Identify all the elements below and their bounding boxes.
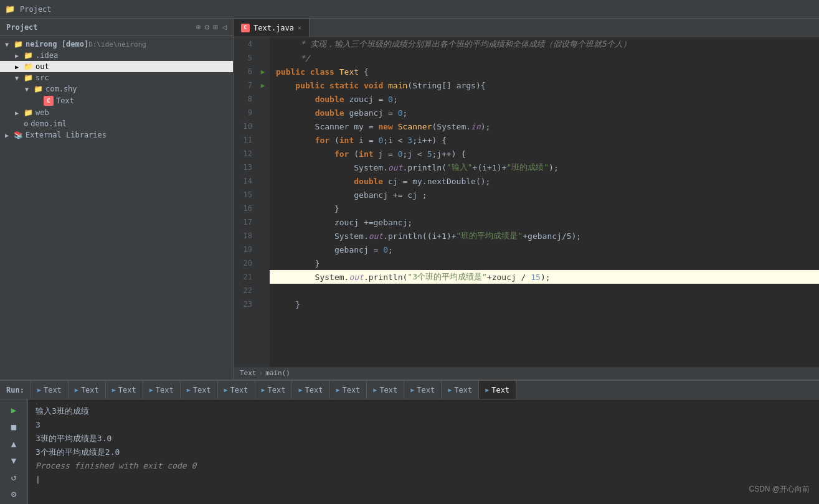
gutter-7[interactable]: ▶ (256, 78, 270, 92)
line-number-9: 9 (234, 106, 256, 119)
line-number-21: 21 (234, 270, 256, 284)
code-line-17: zoucj +=gebancj; (276, 215, 813, 229)
tab-bar: CText.java✕ (234, 19, 819, 37)
gutter-18 (256, 229, 270, 243)
tree-label: com.shy (45, 85, 77, 93)
run-tab-icon: ▶ (37, 386, 41, 393)
run-button-scroll-up[interactable]: ▲ (5, 436, 22, 450)
token: double (354, 177, 383, 186)
run-tab-t12[interactable]: ▶Text (442, 381, 479, 399)
token (393, 122, 398, 131)
sync-icon[interactable]: ⊕ (196, 22, 201, 32)
sidebar-item-text[interactable]: CText (0, 95, 233, 107)
run-tab-t10[interactable]: ▶Text (367, 381, 404, 399)
run-button-scroll-down[interactable]: ▼ (5, 453, 22, 467)
token: public (276, 67, 305, 77)
run-tab-t13[interactable]: ▶Text (479, 381, 516, 399)
token (276, 108, 315, 118)
code-line-15: gebancj += cj ; (276, 188, 813, 202)
run-tab-label: Text (491, 386, 509, 394)
sidebar-item-demo-iml[interactable]: ⚙demo.iml (0, 118, 233, 129)
token: 0 (378, 136, 383, 145)
run-tab-t5[interactable]: ▶Text (181, 381, 218, 399)
run-tab-icon: ▶ (112, 386, 116, 393)
gutter-6[interactable]: ▶ (256, 65, 270, 78)
token: .println( (403, 163, 447, 172)
output-line: 3个班的平均成绩是2.0 (36, 446, 812, 459)
run-button-play[interactable]: ▶ (5, 403, 22, 417)
run-button-settings[interactable]: ⚙ (5, 487, 22, 501)
run-tab-t4[interactable]: ▶Text (143, 381, 181, 399)
code-line-16: } (276, 202, 813, 215)
breadcrumb-item-main()[interactable]: main() (265, 369, 290, 377)
iml-icon: ⚙ (24, 119, 28, 128)
token: 5 (427, 149, 432, 159)
token: +zoucj / (487, 273, 531, 282)
gutter-5 (256, 51, 270, 65)
run-button-stop[interactable]: ■ (5, 419, 22, 434)
line-number-22: 22 (234, 284, 256, 297)
gutter-21 (256, 270, 270, 284)
token: System. (276, 273, 349, 282)
run-tab-icon: ▶ (448, 386, 452, 393)
run-tab-label: Text (230, 386, 249, 394)
gear-icon[interactable]: ⚙ (205, 22, 210, 32)
gutter-22 (256, 284, 270, 297)
run-tab-t7[interactable]: ▶Text (255, 381, 293, 399)
folder-icon: 📁 (24, 108, 33, 117)
sidebar-item-idea[interactable]: ▶📁.idea (0, 50, 233, 61)
token: 15 (531, 273, 541, 282)
code-line-4: * 实现，输入三个班级的成绩分别算出各个班的平均成绩和全体成绩（假设每个班就5个… (276, 37, 813, 51)
run-tab-t8[interactable]: ▶Text (292, 381, 329, 399)
sidebar-item-out[interactable]: ▶📁out (0, 61, 233, 72)
tree-label: demo.iml (31, 119, 67, 128)
token: 3 (407, 136, 412, 145)
run-tab-t11[interactable]: ▶Text (404, 381, 442, 399)
code-line-13: System.out.println("输入"+(i+1)+"班的成绩"); (276, 161, 813, 174)
run-tab-t9[interactable]: ▶Text (329, 381, 367, 399)
code-line-5: */ (276, 51, 813, 65)
tab-close-button[interactable]: ✕ (298, 24, 301, 31)
tree-label: Text (56, 96, 74, 105)
token: public (295, 81, 324, 90)
sidebar-item-neirong[interactable]: ▼📁neirong [demo] D:\ide\neirong (0, 39, 233, 50)
run-tab-t3[interactable]: ▶Text (106, 381, 143, 399)
token: .println( (364, 273, 407, 282)
run-button-rerun[interactable]: ↺ (5, 470, 22, 484)
sidebar-item-src[interactable]: ▼📁src (0, 72, 233, 83)
run-tab-icon: ▶ (224, 386, 228, 393)
line-number-16: 16 (234, 202, 256, 215)
sidebar-item-comshy[interactable]: ▼📁com.shy (0, 83, 233, 95)
folder-icon: 📁 (14, 40, 23, 49)
tree-arrow: ▶ (15, 110, 24, 116)
line-number-15: 15 (234, 188, 256, 202)
sidebar-item-ext-libs[interactable]: ▶📚External Libraries (0, 129, 233, 141)
run-tab-icon: ▶ (336, 386, 339, 393)
token: "班的成绩" (506, 162, 549, 173)
sidebar-item-web[interactable]: ▶📁web (0, 107, 233, 118)
token: void (364, 81, 383, 90)
folder-icon: 📁 (24, 51, 33, 60)
token: (System. (432, 122, 471, 131)
tree-label: neirong [demo] (26, 40, 88, 49)
token: System. (276, 163, 388, 172)
gutter-23 (256, 297, 270, 311)
tree-label: src (36, 73, 49, 82)
settings-icon[interactable]: ⊞ (213, 22, 218, 32)
run-output: 输入3班的成绩33班的平均成绩是3.03个班的平均成绩是2.0Process f… (28, 399, 819, 504)
gutter-16 (256, 202, 270, 215)
token: ); (541, 273, 551, 282)
token: new (378, 122, 392, 131)
token (276, 136, 315, 145)
run-tab-t2[interactable]: ▶Text (69, 381, 106, 399)
token: (String[] args){ (407, 81, 485, 90)
cursor-line: | (36, 473, 812, 487)
breadcrumb-item-Text[interactable]: Text (240, 369, 257, 377)
line-number-11: 11 (234, 133, 256, 147)
editor-tab-text-java[interactable]: CText.java✕ (234, 19, 310, 37)
run-tab-t6[interactable]: ▶Text (218, 381, 255, 399)
close-sidebar-icon[interactable]: ◁ (222, 22, 227, 32)
code-editor[interactable]: 4567891011121314151617181920212223▶▶ * 实… (234, 37, 819, 367)
run-tab-t1[interactable]: ▶Text (31, 381, 69, 399)
token: .println((i+1)+ (383, 231, 456, 241)
